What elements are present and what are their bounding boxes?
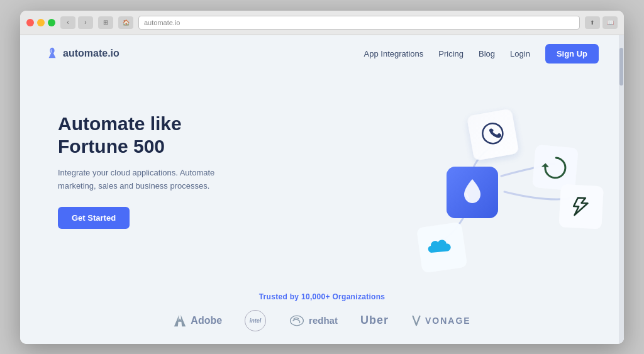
minimize-button[interactable] [37, 19, 45, 26]
share-button[interactable]: ⬆ [585, 16, 600, 29]
home-button[interactable]: ⊞ [98, 16, 113, 29]
hero-text: Automate like Fortune 500 Integrate your… [58, 113, 214, 229]
url-text: automate.io [144, 19, 180, 26]
page-content: automate.io App Integrations Pricing Blo… [20, 35, 624, 344]
traffic-lights [26, 19, 55, 26]
fullscreen-button[interactable] [48, 19, 55, 26]
nav-blog[interactable]: Blog [479, 49, 495, 58]
hero-illustration [347, 79, 611, 292]
nav-app-integrations[interactable]: App Integrations [364, 49, 424, 58]
trusted-label: Trusted by 10,000+ Organizations [20, 292, 624, 301]
adobe-icon [173, 314, 187, 328]
browser-window: ‹ › ⊞ 🏠 automate.io ⬆ 📖 automate.io App … [20, 11, 624, 344]
svg-rect-4 [532, 145, 579, 191]
brand-logos: Adobe intel redhat Uber [20, 310, 624, 331]
brand-redhat: redhat [289, 314, 338, 327]
brand-vonage: VONAGE [411, 315, 471, 326]
brand-uber: Uber [360, 314, 389, 327]
nav-pricing[interactable]: Pricing [438, 49, 464, 58]
logo[interactable]: automate.io [45, 47, 119, 60]
intel-icon: intel [245, 310, 266, 331]
browser-actions: ⬆ 📖 [585, 16, 618, 29]
scrollbar-thumb[interactable] [619, 48, 623, 86]
nav-login[interactable]: Login [510, 49, 530, 58]
forward-button[interactable]: › [78, 16, 93, 29]
bookmark-button[interactable]: 📖 [602, 16, 618, 29]
close-button[interactable] [26, 19, 34, 26]
site-nav: automate.io App Integrations Pricing Blo… [20, 35, 624, 72]
get-started-button[interactable]: Get Started [58, 207, 130, 229]
svg-point-12 [291, 316, 304, 326]
logo-text: automate.io [63, 48, 119, 59]
adobe-label: Adobe [191, 315, 222, 326]
address-bar[interactable]: automate.io [138, 16, 580, 30]
svg-rect-7 [558, 184, 603, 229]
logo-icon [45, 47, 59, 60]
nav-links: App Integrations Pricing Blog Login Sign… [364, 44, 599, 64]
redhat-label: redhat [309, 315, 338, 326]
grid-button[interactable]: 🏠 [118, 16, 133, 29]
brand-adobe: Adobe [173, 314, 222, 328]
scrollbar[interactable] [619, 35, 624, 344]
vonage-label: VONAGE [425, 316, 471, 326]
brand-intel: intel [245, 310, 266, 331]
hero-headline: Automate like Fortune 500 [58, 113, 214, 158]
browser-nav-buttons: ‹ › [60, 16, 93, 29]
back-button[interactable]: ‹ [60, 16, 75, 29]
signup-button[interactable]: Sign Up [545, 44, 599, 64]
vonage-icon [411, 315, 421, 326]
redhat-icon [289, 314, 305, 327]
uber-label: Uber [360, 314, 389, 327]
hero-section: Automate like Fortune 500 Integrate your… [20, 72, 624, 282]
browser-chrome: ‹ › ⊞ 🏠 automate.io ⬆ 📖 [20, 11, 624, 35]
hero-subtext: Integrate your cloud applications. Autom… [58, 167, 214, 193]
